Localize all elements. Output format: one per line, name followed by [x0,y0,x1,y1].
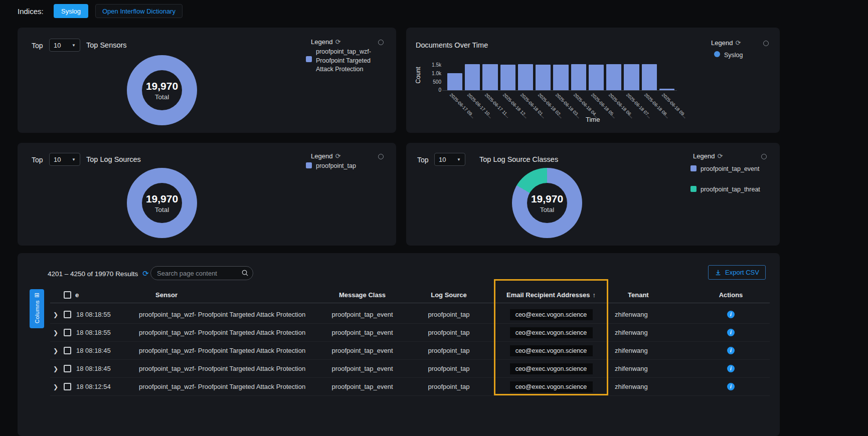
header-log-source[interactable]: Log Source [404,291,494,299]
header-tenant[interactable]: Tenant [608,291,692,299]
legend-item[interactable]: proofpoint_tap_event [690,165,759,174]
header-sensor[interactable]: Sensor [120,291,321,299]
panel-title: Documents Over Time [416,41,488,49]
email-value[interactable]: ceo@exec.vogon.science [510,381,593,392]
legend-item[interactable]: proofpoint_tap_wzf- Proofpoint Targeted … [306,48,385,74]
legend-title-label: Legend [693,152,715,160]
bar[interactable] [571,64,586,90]
header-email-recipient[interactable]: Email Recipient Addresses ↑ [494,291,608,299]
radio-circle-icon[interactable] [761,154,767,159]
email-value[interactable]: ceo@exec.vogon.science [510,309,593,320]
info-icon[interactable]: i [727,329,735,336]
top-n-select[interactable]: 10 ▼ [434,153,465,166]
cell-actions: i [692,311,770,318]
row-checkbox[interactable] [64,347,71,354]
bar[interactable] [553,65,568,90]
y-axis-label: Count [415,60,422,90]
row-checkbox[interactable] [64,311,71,318]
select-all-checkbox[interactable] [64,291,71,299]
checkbox-cell [61,383,73,390]
cell-tenant: zhifenwang [608,365,692,372]
cell-message-class: proofpoint_tap_event [321,347,404,354]
expand-row-icon[interactable]: ❯ [50,329,61,336]
cell-log-source: proofpoint_tap [404,329,494,336]
header-message-class[interactable]: Message Class [321,291,404,299]
legend-refresh-icon[interactable]: ⟳ [735,39,741,47]
refresh-icon[interactable]: ⟳ [142,269,149,278]
bar[interactable] [482,64,497,90]
bar[interactable] [518,64,533,90]
top-log-sources-panel: Top 10 ▼ Top Log Sources 19,970 Total Le… [18,143,396,246]
bar[interactable] [642,64,657,90]
cell-email: ceo@exec.vogon.science [494,381,608,392]
bar[interactable] [447,73,462,90]
legend-header: Legend ⟳ [311,38,340,46]
expand-row-icon[interactable]: ❯ [50,347,61,354]
bar[interactable] [606,64,621,90]
cell-email: ceo@exec.vogon.science [494,363,608,374]
cell-email: ceo@exec.vogon.science [494,309,608,320]
header-time[interactable]: e [73,291,120,299]
legend-item[interactable]: Syslog [714,51,743,60]
results-count-label: 4201 – 4250 of 19970 Results [48,270,138,278]
info-icon[interactable]: i [727,365,735,372]
table-row[interactable]: ❯ 18 08:18:55 proofpoint_tap_wzf- Proofp… [50,306,770,324]
donut-total-label: Total [155,93,169,101]
cell-sensor: proofpoint_tap_wzf- Proofpoint Targeted … [120,347,321,354]
bar[interactable] [500,65,515,90]
info-icon[interactable]: i [727,383,735,390]
bar[interactable] [465,64,480,90]
expand-row-icon[interactable]: ❯ [50,311,61,318]
row-checkbox[interactable] [64,383,71,390]
bar-series [446,63,676,90]
y-tick: 1.5k [424,62,441,68]
top-log-source-classes-donut-chart[interactable]: 19,970 Total [512,168,582,238]
table-row[interactable]: ❯ 18 08:18:45 proofpoint_tap_wzf- Proofp… [50,360,770,378]
table-header-row: e Sensor Message Class Log Source Email … [50,287,770,303]
open-interflow-dictionary-button[interactable]: Open Interflow Dictionary [95,4,183,18]
top-n-select[interactable]: 10 ▼ [49,39,80,52]
bar[interactable] [589,65,604,90]
legend-item[interactable]: proofpoint_tap_threat [690,185,760,194]
info-icon[interactable]: i [727,311,735,318]
table-row[interactable]: ❯ 18 08:18:55 proofpoint_tap_wzf- Proofp… [50,324,770,342]
cell-sensor: proofpoint_tap_wzf- Proofpoint Targeted … [120,383,321,390]
row-checkbox[interactable] [64,329,71,336]
radio-circle-icon[interactable] [763,41,769,46]
y-tick: 1.0k [424,71,441,76]
cell-actions: i [692,347,770,354]
top-n-value: 10 [54,42,61,49]
bar[interactable] [624,64,639,90]
radio-circle-icon[interactable] [378,40,384,45]
y-tick: 500 [424,79,441,85]
expand-row-icon[interactable]: ❯ [50,383,61,390]
export-csv-button[interactable]: Export CSV [708,265,766,280]
top-sensors-donut-chart[interactable]: 19,970 Total [127,55,197,125]
columns-button-label: Columns [34,300,40,323]
bar[interactable] [536,65,551,90]
legend-refresh-icon[interactable]: ⟳ [717,152,723,160]
syslog-index-button[interactable]: Syslog [54,4,88,18]
legend-refresh-icon[interactable]: ⟳ [335,38,340,46]
chevron-down-icon: ▼ [72,157,76,162]
top-n-label: Top [32,42,43,50]
legend-title-label: Legend [311,152,332,160]
legend-item[interactable]: proofpoint_tap [306,162,356,171]
info-icon[interactable]: i [727,347,735,354]
email-value[interactable]: ceo@exec.vogon.science [510,363,593,374]
cell-message-class: proofpoint_tap_event [321,311,404,318]
search-input[interactable] [150,266,253,280]
table-row[interactable]: ❯ 18 08:18:45 proofpoint_tap_wzf- Proofp… [50,342,770,360]
email-value[interactable]: ceo@exec.vogon.science [510,345,593,356]
top-n-select[interactable]: 10 ▼ [49,153,80,166]
legend-item-label: proofpoint_tap_threat [701,185,760,194]
radio-circle-icon[interactable] [378,154,384,159]
table-row[interactable]: ❯ 18 08:12:54 proofpoint_tap_wzf- Proofp… [50,378,770,396]
bar-xlabels: 2025-06-17 09...2025-06-17 10...2025-06-… [446,92,676,131]
columns-button[interactable]: ⊞ Columns [30,289,44,328]
row-checkbox[interactable] [64,365,71,372]
email-value[interactable]: ceo@exec.vogon.science [510,327,593,338]
top-log-sources-donut-chart[interactable]: 19,970 Total [127,168,197,238]
legend-refresh-icon[interactable]: ⟳ [335,152,340,160]
expand-row-icon[interactable]: ❯ [50,365,61,372]
